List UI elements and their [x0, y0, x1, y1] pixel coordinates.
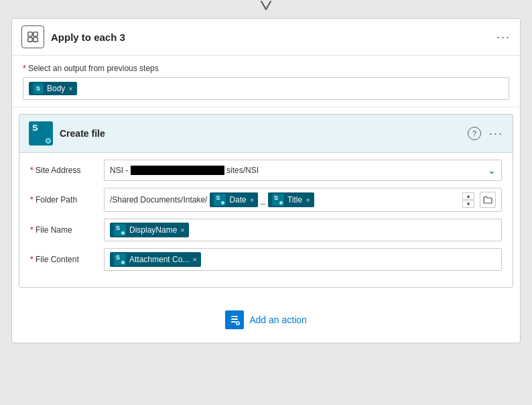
sharepoint-header-icon: S [29, 121, 53, 146]
title-token-label: Title [287, 195, 302, 205]
file-content-row: File Content S Attachment Co... × [30, 248, 502, 271]
add-action-icon [225, 310, 244, 329]
date-token-label: Date [229, 195, 246, 205]
stepper-up[interactable]: ▲ [462, 192, 474, 200]
sub-card-header: S Create file ? ··· [19, 115, 513, 153]
site-address-input[interactable]: NSI - sites/NSI ⌄ [104, 160, 502, 181]
sub-card-actions: ? ··· [468, 127, 503, 141]
date-token-close[interactable]: × [250, 196, 254, 204]
file-name-label: File Name [30, 225, 104, 235]
file-content-input[interactable]: S Attachment Co... × [104, 248, 502, 271]
displayname-token-label: DisplayName [129, 225, 177, 235]
apply-each-icon [21, 25, 44, 48]
add-action-section: Add an action [12, 294, 520, 343]
body-token-label: Body [47, 84, 65, 93]
output-label: Select an output from previous steps [23, 64, 509, 73]
redacted-block [131, 166, 224, 175]
body-token-icon: S [33, 83, 44, 94]
folder-path-row: Folder Path /Shared Documents/Intake/ S … [30, 188, 502, 212]
outer-wrapper: Apply to each 3 ··· Select an output fro… [0, 0, 532, 405]
sub-card-title: Create file [60, 128, 468, 139]
site-address-chevron[interactable]: ⌄ [488, 165, 496, 176]
header-more-button[interactable]: ··· [496, 30, 511, 44]
add-action-label: Add an action [249, 314, 307, 325]
file-name-input[interactable]: S DisplayName × [104, 219, 502, 241]
file-content-label: File Content [30, 255, 104, 264]
add-action-button[interactable]: Add an action [214, 305, 318, 335]
date-token-icon: S [214, 194, 226, 206]
site-address-row: Site Address NSI - sites/NSI ⌄ [30, 160, 502, 181]
displayname-token-close[interactable]: × [180, 226, 184, 234]
stepper-control[interactable]: ▲ ▼ [462, 192, 474, 208]
folder-path-label: Folder Path [30, 195, 104, 205]
title-token-close[interactable]: × [306, 196, 310, 204]
displayname-token: S DisplayName × [110, 223, 189, 237]
date-token: S Date × [210, 192, 258, 207]
card-title: Apply to each 3 [51, 32, 496, 43]
attachment-token: S Attachment Co... × [110, 252, 201, 267]
separator: _ [261, 195, 265, 205]
sub-card-more-button[interactable]: ··· [489, 127, 503, 141]
svg-rect-0 [28, 32, 32, 36]
folder-path-input[interactable]: /Shared Documents/Intake/ S Date × _ [104, 188, 502, 212]
title-token: S Title × [268, 192, 314, 207]
main-card: Apply to each 3 ··· Select an output fro… [11, 18, 521, 343]
attachment-token-icon: S [114, 253, 126, 266]
svg-rect-2 [28, 38, 32, 42]
site-address-label: Site Address [30, 166, 104, 175]
svg-rect-1 [34, 32, 38, 36]
connector-arrow-top [258, 0, 274, 15]
svg-rect-6 [231, 321, 236, 323]
output-input-box[interactable]: S Body × [23, 77, 509, 100]
card-header: Apply to each 3 ··· [12, 19, 520, 56]
svg-rect-4 [231, 316, 238, 317]
output-section: Select an output from previous steps S B… [12, 56, 520, 107]
site-address-value: NSI - sites/NSI [110, 166, 485, 176]
path-prefix: /Shared Documents/Intake/ [110, 195, 207, 205]
file-name-row: File Name S DisplayName × [30, 219, 502, 241]
displayname-token-icon: S [114, 224, 126, 236]
attachment-token-label: Attachment Co... [129, 255, 189, 264]
attachment-token-close[interactable]: × [192, 255, 196, 264]
folder-browse-button[interactable] [480, 192, 496, 208]
stepper-down[interactable]: ▼ [462, 200, 474, 208]
help-button[interactable]: ? [468, 127, 481, 140]
title-token-icon: S [272, 194, 284, 206]
svg-rect-3 [34, 38, 38, 42]
sub-card: S Create file ? ··· Site Address NSI - s… [19, 114, 513, 288]
sub-card-body: Site Address NSI - sites/NSI ⌄ Folder Pa… [19, 153, 513, 287]
svg-rect-5 [231, 319, 238, 320]
body-token-close[interactable]: × [68, 84, 72, 93]
body-token: S Body × [29, 82, 77, 95]
